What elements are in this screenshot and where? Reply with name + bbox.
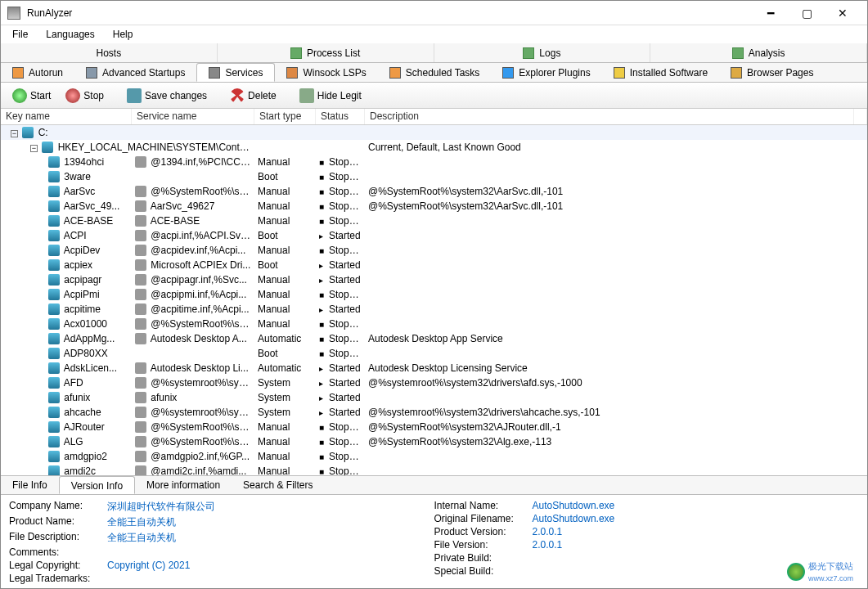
service-row[interactable]: afunix afunixSystem▸Started (1, 390, 867, 405)
services-icon (209, 67, 220, 79)
save-button[interactable]: Save changes (120, 86, 214, 106)
close-button[interactable]: ✕ (825, 2, 861, 25)
gear-icon (135, 407, 146, 418)
stop-icon (65, 88, 80, 103)
tab-analysis[interactable]: Analysis (650, 43, 867, 62)
collapse-icon[interactable]: − (30, 145, 38, 152)
service-row[interactable]: amdi2c @amdi2c.inf,%amdi...Manual■Stoppe… (1, 464, 867, 475)
service-icon (48, 421, 60, 433)
menu-file[interactable]: File (4, 27, 36, 42)
delete-icon (230, 88, 245, 103)
gear-icon (135, 465, 146, 475)
service-icon (48, 436, 60, 447)
maximize-button[interactable]: ▢ (789, 2, 825, 25)
watermark: 极光下载站www.xz7.com (787, 560, 853, 582)
service-row[interactable]: ALG @%SystemRoot%\sy...Manual■Stopp...@%… (1, 434, 867, 449)
service-row[interactable]: AcpiPmi @acpipmi.inf,%Acpi...Manual■Stop… (1, 287, 867, 302)
grid-body[interactable]: − C: − HKEY_LOCAL_MACHINE\SYSTEM\Control… (1, 125, 867, 475)
grid-header: Key name Service name Start type Status … (1, 109, 867, 125)
service-icon (48, 348, 60, 359)
browser-icon (731, 67, 742, 79)
autorun-icon (12, 67, 24, 79)
service-icon (48, 259, 60, 271)
detail-label: Product Version: (434, 526, 533, 537)
watermark-icon (787, 563, 805, 581)
service-icon (48, 318, 60, 330)
col-status[interactable]: Status (316, 109, 365, 124)
tab-autorun[interactable]: Autorun (1, 63, 74, 82)
service-row[interactable]: AdAppMg... Autodesk Desktop A...Automati… (1, 331, 867, 346)
service-icon (48, 407, 60, 418)
toolbar: Start Stop Save changes Delete Hide Legi… (1, 83, 867, 109)
gear-icon (135, 362, 146, 374)
legit-icon (299, 88, 314, 103)
menu-help[interactable]: Help (105, 27, 142, 42)
service-row[interactable]: amdgpio2 @amdgpio2.inf,%GP...Manual■Stop… (1, 449, 867, 464)
tab-services[interactable]: Services (196, 63, 275, 82)
detail-value: 深圳超时代软件有限公司 (107, 500, 434, 514)
col-starttype[interactable]: Start type (254, 109, 316, 124)
sub-tabs: Autorun Advanced Startups Services Winso… (1, 63, 867, 83)
service-row[interactable]: AarSvc @%SystemRoot%\sy...Manual■Stopp..… (1, 184, 867, 199)
service-row[interactable]: AFD @%systemroot%\sys...System▸Started@%… (1, 375, 867, 390)
tree-root[interactable]: − C: (1, 125, 867, 140)
detail-value: AutoShutdown.exe (533, 513, 860, 524)
detail-label: Company Name: (9, 500, 107, 514)
col-service[interactable]: Service name (132, 109, 254, 124)
service-icon (48, 171, 60, 182)
service-row[interactable]: AdskLicen... Autodesk Desktop Li...Autom… (1, 361, 867, 375)
process-icon (290, 47, 302, 59)
tab-installed-software[interactable]: Installed Software (602, 63, 719, 82)
service-row[interactable]: 1394ohci @1394.inf,%PCI\CC_...Manual■Sto… (1, 155, 867, 169)
tab-search[interactable]: Search & Filters (232, 476, 324, 494)
gear-icon (135, 230, 146, 241)
main-tabs: Hosts Process List Logs Analysis (1, 43, 867, 63)
delete-button[interactable]: Delete (223, 86, 283, 106)
tab-explorer-plugins[interactable]: Explorer Plugins (491, 63, 601, 82)
tab-hosts[interactable]: Hosts (1, 43, 218, 62)
tab-logs[interactable]: Logs (434, 43, 651, 62)
service-row[interactable]: ACE-BASE ACE-BASEManual■Stopped (1, 214, 867, 228)
tree-regkey[interactable]: − HKEY_LOCAL_MACHINE\SYSTEM\ControlSet00… (1, 140, 867, 155)
tab-more-info[interactable]: More information (135, 476, 232, 494)
detail-value: 全能王自动关机 (107, 515, 434, 529)
service-row[interactable]: ACPI @acpi.inf,%ACPI.Svc...Boot▸Started (1, 228, 867, 243)
service-row[interactable]: AJRouter @%SystemRoot%\sy...Manual■Stopp… (1, 420, 867, 434)
tab-winsock[interactable]: Winsock LSPs (275, 63, 377, 82)
tab-file-info[interactable]: File Info (1, 476, 59, 494)
service-row[interactable]: ahcache @%systemroot%\sys...System▸Start… (1, 405, 867, 420)
service-icon (48, 362, 60, 374)
collapse-icon[interactable]: − (11, 130, 18, 137)
service-row[interactable]: ADP80XXBoot■Stopped (1, 346, 867, 361)
col-desc[interactable]: Description (365, 109, 854, 124)
detail-label: Private Build: (434, 552, 533, 564)
service-row[interactable]: acpipagr @acpipagr.inf,%Svc...Manual▸Sta… (1, 272, 867, 287)
gear-icon (135, 377, 146, 389)
drive-icon (22, 127, 34, 138)
detail-panel: Company Name:深圳超时代软件有限公司Product Name:全能王… (1, 495, 867, 588)
service-row[interactable]: acpitime @acpitime.inf,%Acpi...Manual▸St… (1, 302, 867, 317)
service-row[interactable]: AcpiDev @acpidev.inf,%Acpi...Manual■Stop… (1, 243, 867, 258)
play-icon (12, 88, 27, 103)
service-row[interactable]: AarSvc_49... AarSvc_49627Manual■Stopp...… (1, 199, 867, 214)
save-icon (127, 88, 142, 103)
start-button[interactable]: Start (6, 86, 57, 106)
hide-legit-button[interactable]: Hide Legit (293, 86, 368, 106)
service-row[interactable]: Acx01000 @%SystemRoot%\sy...Manual■Stopp… (1, 317, 867, 331)
service-icon (48, 303, 60, 315)
tab-advanced-startups[interactable]: Advanced Startups (74, 63, 196, 82)
stop-button[interactable]: Stop (59, 86, 110, 106)
tab-browser-pages[interactable]: Browser Pages (719, 63, 825, 82)
minimize-button[interactable]: ━ (753, 2, 789, 25)
tab-version-info[interactable]: Version Info (59, 476, 135, 494)
gear-icon (135, 215, 146, 227)
tab-scheduled-tasks[interactable]: Scheduled Tasks (378, 63, 492, 82)
service-icon (48, 230, 60, 241)
gear-icon (135, 274, 146, 286)
col-keyname[interactable]: Key name (1, 109, 132, 124)
service-row[interactable]: 3wareBoot■Stopped (1, 169, 867, 184)
detail-label: Special Build: (434, 565, 533, 577)
menu-languages[interactable]: Languages (38, 27, 102, 42)
tab-process-list[interactable]: Process List (218, 43, 434, 62)
service-row[interactable]: acpiex Microsoft ACPIEx Dri...Boot▸Start… (1, 258, 867, 272)
